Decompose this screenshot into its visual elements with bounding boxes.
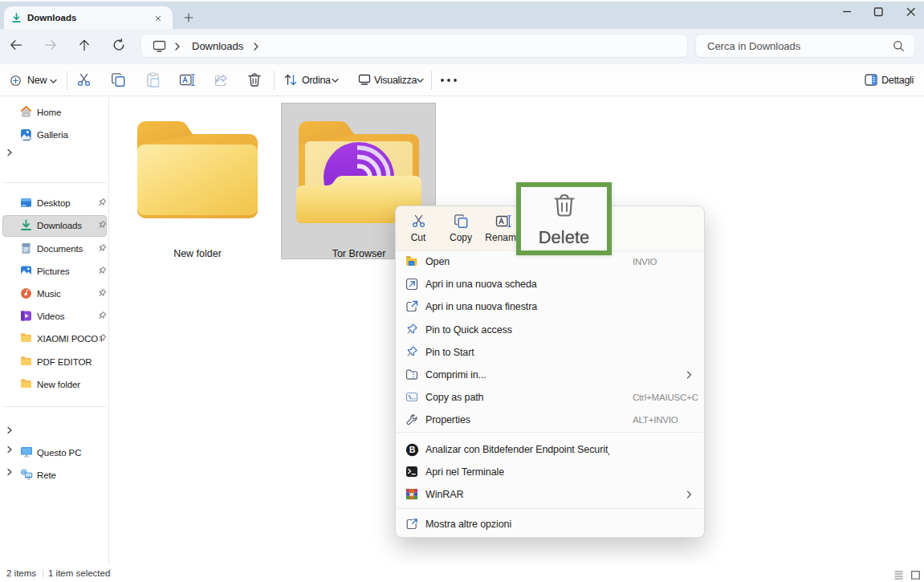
svg-text:B: B (409, 445, 416, 454)
svg-text:w: w (409, 491, 414, 497)
